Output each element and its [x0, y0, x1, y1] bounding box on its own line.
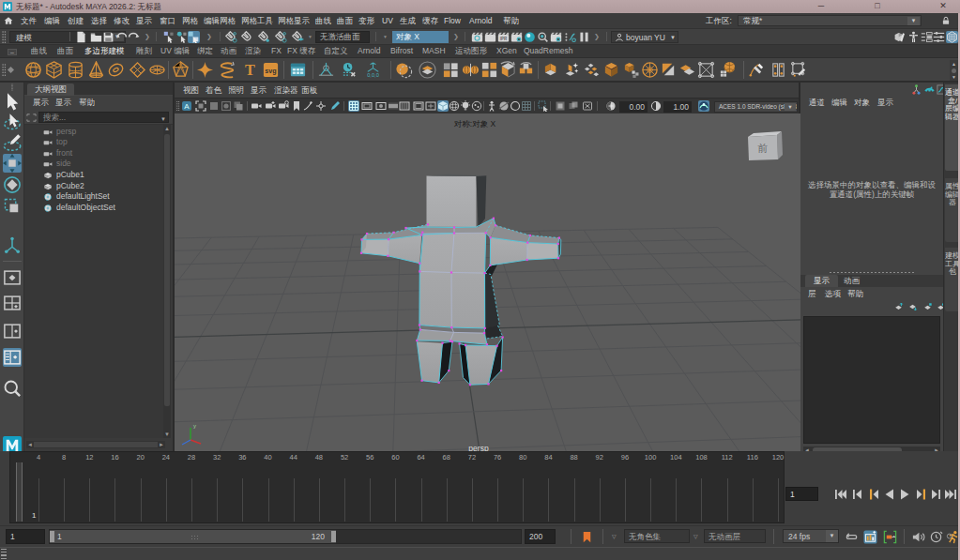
multi-cut-icon[interactable]: [748, 61, 766, 79]
snap-view-plane-icon[interactable]: [275, 31, 287, 43]
menu-14[interactable]: UV: [382, 13, 393, 28]
scroll-thumb[interactable]: [952, 68, 956, 73]
group-arrow-icon[interactable]: ❯: [594, 33, 600, 40]
step-forward-key-button[interactable]: [930, 489, 942, 500]
chevron-down-icon[interactable]: ▼: [308, 34, 312, 39]
grip-handle-icon[interactable]: [1, 63, 7, 77]
outliner-tab[interactable]: 大纲视图: [27, 83, 74, 96]
search-input[interactable]: 搜索...▼: [38, 112, 169, 123]
menu-4[interactable]: 修改: [114, 13, 130, 28]
subdiv-icon[interactable]: [517, 61, 535, 79]
combine-icon[interactable]: [442, 61, 460, 79]
shelf-tab-16[interactable]: QuadRemesh: [524, 45, 572, 57]
outliner-item-defaultLightSet[interactable]: defaultLightSet: [24, 191, 163, 203]
cached-playback-icon[interactable]: [863, 530, 877, 544]
grip-handle-icon[interactable]: [9, 83, 15, 91]
menu-11[interactable]: 曲线: [315, 13, 331, 28]
stacked-planes-icon[interactable]: [678, 61, 696, 79]
texture-grid-icon[interactable]: [521, 100, 532, 112]
lookthrough-icon[interactable]: [221, 100, 232, 112]
poly-disc-icon[interactable]: [148, 61, 166, 79]
bookmark-icon[interactable]: [580, 530, 594, 544]
flip-triangle-icon[interactable]: [660, 61, 678, 79]
outliner-menu-1[interactable]: 显示: [55, 96, 71, 110]
symmetry-field[interactable]: 对象 X: [392, 31, 449, 43]
paint-select-tool-icon[interactable]: [3, 133, 22, 152]
greasepencil-icon[interactable]: [329, 100, 341, 112]
compass-icon[interactable]: [315, 100, 327, 112]
duplicate-face-icon[interactable]: [622, 61, 640, 79]
menu-9[interactable]: 网格工具: [241, 13, 273, 28]
hypershade-icon[interactable]: [537, 31, 549, 43]
outliner-item-persp[interactable]: persp: [24, 127, 163, 138]
reset-transform-icon[interactable]: [364, 61, 382, 79]
quad-sphere-icon[interactable]: [719, 61, 737, 79]
layout-two-pane-icon[interactable]: [3, 322, 22, 341]
outliner-vscrollbar[interactable]: ▲ ▼: [163, 125, 171, 438]
grip-handle-icon[interactable]: [1, 30, 7, 44]
scroll-thumb[interactable]: [164, 134, 170, 406]
titlebar[interactable]: 无标题* - Autodesk MAYA 2026.2: 无标题 ─ □ ✕: [0, 0, 960, 13]
extrude-icon[interactable]: [543, 61, 561, 79]
close-button[interactable]: ✕: [929, 0, 957, 12]
channel-menu-3[interactable]: 显示: [877, 96, 893, 109]
menu-10[interactable]: 网格显示: [278, 13, 310, 28]
shelf-tab-4[interactable]: UV 编辑: [160, 45, 190, 57]
menu-7[interactable]: 网格: [182, 13, 198, 28]
scale-tool-icon[interactable]: [3, 197, 22, 216]
menu-1[interactable]: 编辑: [44, 13, 60, 28]
step-forward-frame-button[interactable]: [915, 489, 927, 500]
outliner-item-side[interactable]: side: [24, 159, 163, 170]
scroll-up-icon[interactable]: ▲: [952, 61, 956, 67]
workspace-dropdown[interactable]: 常规* ▼: [738, 15, 922, 26]
shelf-tab-0[interactable]: 曲线: [31, 45, 47, 57]
minimize-button[interactable]: ─: [807, 0, 835, 12]
chevron-down-icon[interactable]: ▼: [826, 530, 838, 542]
step-back-frame-button[interactable]: [868, 489, 880, 500]
mirror-icon[interactable]: [462, 61, 480, 79]
viewport-menu-1[interactable]: 着色: [206, 83, 221, 98]
svg-tool-icon[interactable]: [262, 61, 280, 79]
undo-icon[interactable]: [115, 31, 128, 43]
shelf-tab-11[interactable]: Arnold: [358, 45, 381, 57]
insert-edge-loop-icon[interactable]: [770, 61, 787, 79]
chevron-down-icon[interactable]: ▼: [160, 114, 166, 125]
snap-surface-icon[interactable]: [292, 31, 304, 43]
account-dropdown[interactable]: boyuan YU ▼: [611, 31, 678, 43]
save-scene-icon[interactable]: [102, 31, 114, 43]
lasso-tool-icon[interactable]: [3, 113, 22, 131]
ui-window-icon[interactable]: [289, 61, 307, 79]
anim-layer-field[interactable]: 无动画层: [704, 529, 766, 543]
shelf-tab-6[interactable]: 动画: [221, 45, 236, 57]
scroll-down-icon[interactable]: ▼: [163, 431, 171, 438]
viewport-menu-5[interactable]: 面板: [301, 83, 317, 98]
shelf-tab-8[interactable]: FX: [271, 45, 282, 57]
shelf-tab-15[interactable]: XGen: [496, 45, 517, 57]
lighting-icon[interactable]: [460, 100, 471, 112]
new-scene-icon[interactable]: [75, 31, 87, 43]
channel-menu-1[interactable]: 编辑: [831, 96, 847, 109]
shelf-tab-14[interactable]: 运动图形: [455, 45, 487, 57]
menu-5[interactable]: 显示: [136, 13, 152, 28]
backface-icon[interactable]: [510, 100, 521, 112]
xray-joints-icon[interactable]: [486, 100, 497, 112]
humanik-toggle-icon[interactable]: [907, 31, 920, 43]
range-grip[interactable]: [190, 535, 198, 539]
scroll-down-icon[interactable]: ▼: [952, 74, 956, 80]
shelf-scrollbar[interactable]: ▲ ▼: [950, 60, 958, 81]
gamma-field[interactable]: 1.00: [663, 101, 692, 113]
shaded-mode-icon[interactable]: [437, 100, 449, 112]
layer-list[interactable]: [803, 316, 940, 444]
chevron-down-icon[interactable]: ▽: [693, 533, 698, 539]
shelf-tab-13[interactable]: MASH: [422, 45, 446, 57]
range-start-handle[interactable]: [50, 531, 54, 542]
channel-menu-0[interactable]: 通道: [809, 96, 825, 109]
platonic-solid-icon[interactable]: [172, 61, 190, 79]
move-tool-icon[interactable]: [3, 154, 22, 173]
render-current-frame-icon[interactable]: [484, 31, 496, 43]
xray-mode3-icon[interactable]: [582, 100, 593, 112]
speed-dial-icon[interactable]: [924, 84, 935, 95]
pause-icon[interactable]: [578, 31, 590, 43]
shelf-tab-7[interactable]: 渲染: [245, 45, 261, 57]
menu-12[interactable]: 曲面: [337, 13, 353, 28]
